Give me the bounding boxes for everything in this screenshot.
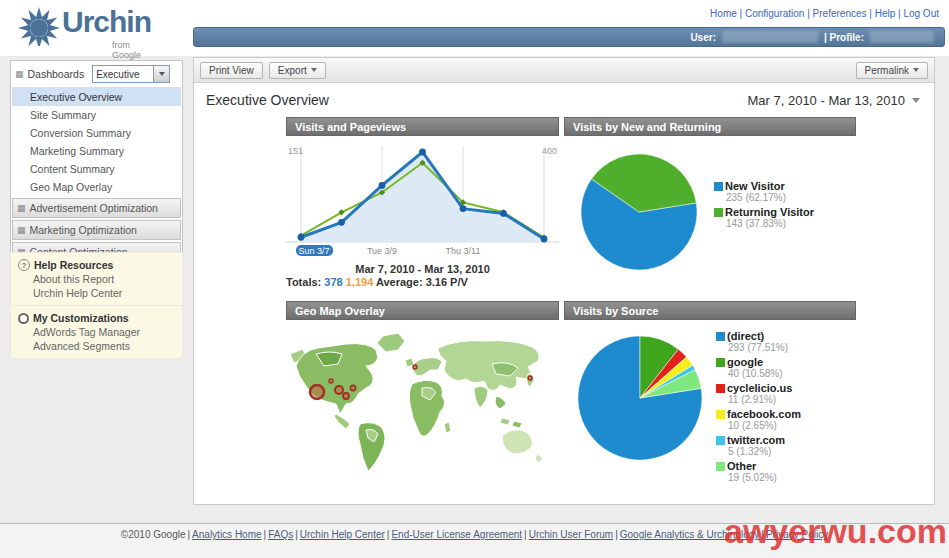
grid-icon: ▦	[17, 204, 26, 213]
legend-swatch	[716, 384, 725, 393]
panel-header: Visits by New and Returning	[564, 117, 856, 136]
about-this-report-link[interactable]: About this Report	[18, 271, 175, 285]
sidebar-item-marketing-summary[interactable]: Marketing Summary	[12, 142, 181, 160]
totals-label: Totals:	[286, 276, 321, 288]
legend-value: 143 (37.83%)	[726, 218, 814, 229]
date-range-value: Mar 7, 2010 - Mar 13, 2010	[747, 93, 905, 108]
sidebar-item-site-summary[interactable]: Site Summary	[12, 106, 181, 124]
user-value-redacted	[722, 31, 818, 43]
legend-value: 235 (62.17%)	[726, 192, 814, 203]
main-content: Print View Export Permalink Executive Ov…	[193, 57, 935, 505]
legend-label: Returning Visitor	[725, 206, 814, 218]
grid-icon: ▦	[15, 70, 24, 79]
legend-value: 11 (2.91%)	[728, 394, 801, 405]
dashboards-selected-value: Executive	[93, 69, 153, 80]
legend-label: google	[727, 356, 763, 368]
visits-pageviews-line-chart: 151400Sun 3/7Tue 3/9Thu 3/11	[286, 140, 559, 260]
legend-label: facebook.com	[727, 408, 801, 420]
svg-text:151: 151	[288, 146, 303, 156]
dashboards-header: ▦ Dashboards Executive	[11, 61, 182, 87]
panel-title: Geo Map Overlay	[295, 305, 385, 317]
section-advertisement-optimization[interactable]: ▦Advertisement Optimization	[12, 198, 181, 218]
export-button[interactable]: Export	[269, 62, 326, 79]
svg-text:Sun 3/7: Sun 3/7	[298, 246, 329, 256]
legend-label: cyclelicio.us	[727, 382, 792, 394]
visits-source-legend: (direct) 293 (77.51%) google 40 (10.58%)…	[716, 330, 801, 486]
legend-value: 19 (5.02%)	[728, 472, 801, 483]
panel-visits-source: Visits by Source (direct) 293 (77.51%) g…	[564, 301, 856, 486]
svg-text:Thu 3/11: Thu 3/11	[446, 246, 481, 256]
nav-home-link[interactable]: Home	[710, 8, 737, 19]
question-icon: ?	[18, 259, 30, 271]
user-profile-bar: User: | Profile:	[193, 27, 945, 47]
footer-urchin-user-forum-link[interactable]: Urchin User Forum	[522, 529, 613, 540]
section-marketing-optimization[interactable]: ▦Marketing Optimization	[12, 220, 181, 240]
advanced-segments-link[interactable]: Advanced Segments	[18, 338, 175, 352]
footer-analytics-home-link[interactable]: Analytics Home	[185, 529, 261, 540]
nav-configuration-link[interactable]: Configuration	[737, 8, 805, 19]
sidebar-item-executive-overview[interactable]: Executive Overview	[12, 88, 181, 106]
chart-date-caption: Mar 7, 2010 - Mar 13, 2010	[286, 263, 559, 275]
nav-help-link[interactable]: Help	[867, 8, 896, 19]
grid-icon: ▦	[17, 226, 26, 235]
my-customizations-box: My Customizations AdWords Tag Manager Ad…	[10, 305, 183, 359]
legend-label: New Visitor	[725, 180, 785, 192]
adwords-tag-manager-link[interactable]: AdWords Tag Manager	[18, 324, 175, 338]
average-label: Average:	[376, 276, 423, 288]
nav-logout-link[interactable]: Log Out	[895, 8, 939, 19]
average-value: 3.16 P/V	[426, 276, 468, 288]
legend-label: twitter.com	[727, 434, 785, 446]
legend-swatch	[714, 208, 723, 217]
help-resources-label: Help Resources	[34, 259, 113, 271]
print-view-label: Print View	[209, 65, 254, 76]
urchin-help-center-link[interactable]: Urchin Help Center	[18, 285, 175, 299]
print-view-button[interactable]: Print View	[200, 62, 263, 79]
nav-preferences-link[interactable]: Preferences	[804, 8, 866, 19]
copyright: ©2010 Google	[121, 529, 186, 540]
sidebar-item-conversion-summary[interactable]: Conversion Summary	[12, 124, 181, 142]
footer-urchin-help-center-link[interactable]: Urchin Help Center	[293, 529, 385, 540]
chart-totals-line: Totals: 378 1,194 Average: 3.16 P/V	[286, 276, 559, 288]
footer-faqs-link[interactable]: FAQs	[262, 529, 294, 540]
legend-entry: twitter.com	[716, 434, 801, 446]
user-label: User:	[690, 32, 716, 43]
panel-new-returning: Visits by New and Returning New Visitor …	[564, 117, 856, 288]
legend-swatch	[716, 410, 725, 419]
chevron-down-icon	[912, 98, 920, 103]
footer-eula-link[interactable]: End-User License Agreement	[385, 529, 522, 540]
legend-value: 40 (10.58%)	[728, 368, 801, 379]
legend-entry: google	[716, 356, 801, 368]
dashboard-panels: Visits and Pageviews 151400Sun 3/7Tue 3/…	[286, 117, 856, 486]
permalink-button[interactable]: Permalink	[856, 62, 928, 79]
new-returning-pie-chart	[564, 138, 714, 286]
world-map	[286, 324, 559, 482]
date-range-selector[interactable]: Mar 7, 2010 - Mar 13, 2010	[747, 93, 920, 108]
legend-label: (direct)	[727, 330, 764, 342]
help-resources-box: ? Help Resources About this Report Urchi…	[10, 252, 183, 306]
legend-swatch	[716, 332, 725, 341]
brand-subtitle: from Google	[112, 40, 151, 60]
page-title: Executive Overview	[206, 92, 329, 108]
svg-text:400: 400	[542, 146, 557, 156]
chevron-down-icon	[913, 68, 919, 72]
legend-entry: (direct)	[716, 330, 801, 342]
chevron-down-icon	[311, 68, 317, 72]
panel-title: Visits by Source	[573, 305, 658, 317]
sidebar-item-geo-map-overlay[interactable]: Geo Map Overlay	[12, 178, 181, 196]
dashboard-menu: Executive Overview Site Summary Conversi…	[12, 87, 181, 196]
panel-header: Visits by Source	[564, 301, 856, 320]
my-customizations-title: My Customizations	[18, 312, 175, 324]
section-label: Marketing Optimization	[30, 224, 137, 236]
visits-total-value: 378	[324, 276, 342, 288]
legend-swatch	[716, 436, 725, 445]
visits-source-pie-chart	[564, 322, 716, 474]
legend-entry: New Visitor	[714, 180, 814, 192]
export-label: Export	[278, 65, 307, 76]
gear-icon	[18, 313, 29, 324]
help-resources-title: ? Help Resources	[18, 259, 175, 271]
legend-swatch	[716, 358, 725, 367]
sidebar-item-content-summary[interactable]: Content Summary	[12, 160, 181, 178]
dashboards-select[interactable]: Executive	[92, 65, 170, 83]
dropdown-arrow-icon	[153, 66, 169, 82]
legend-entry: facebook.com	[716, 408, 801, 420]
